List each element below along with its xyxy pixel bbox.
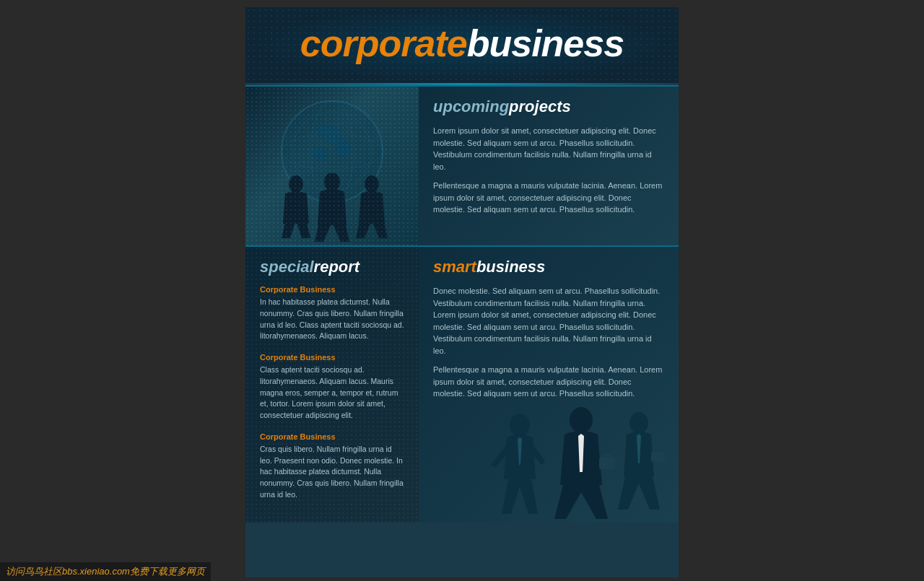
people-silhouette-icon [260,173,404,245]
main-container: corporatebusiness [245,7,679,577]
smart-label: smart [433,258,476,276]
svg-point-8 [510,414,530,437]
report-item-3-title: Corporate Business [260,432,404,441]
special-label: special [260,258,314,276]
business-people-icon [476,407,679,523]
bottom-section: specialreport Corporate Business In hac … [245,245,679,523]
smart-para2: Pellentesque a magna a mauris vulputate … [433,364,664,400]
report-item-1: Corporate Business In hac habitasse plat… [260,285,404,342]
globe-icon [274,94,390,209]
svg-point-5 [289,175,303,193]
report-label: report [314,258,360,276]
watermark: 访问鸟鸟社区bbs.xieniao.com免费下载更多网页 [0,562,211,581]
logo-corporate: corporate [300,22,467,64]
special-report-title: specialreport [260,258,404,276]
report-item-2-title: Corporate Business [260,353,404,362]
special-report-panel: specialreport Corporate Business In hac … [245,247,419,523]
report-item-3: Corporate Business Cras quis libero. Nul… [260,432,404,501]
upcoming-para1: Lorem ipsum dolor sit amet, consectetuer… [433,125,664,172]
svg-point-2 [310,101,354,202]
report-item-3-text: Cras quis libero. Nullam fringilla urna … [260,444,404,501]
smart-para1: Donec molestie. Sed aliquam sem ut arcu.… [433,285,664,357]
projects-label: projects [509,97,571,115]
svg-point-12 [629,412,648,434]
svg-point-3 [282,134,383,170]
report-item-2: Corporate Business Class aptent taciti s… [260,353,404,421]
logo-business: business [467,22,624,64]
svg-rect-11 [603,455,611,459]
upcoming-projects-title: upcomingprojects [433,97,664,116]
report-item-1-title: Corporate Business [260,285,404,294]
logo-title: corporatebusiness [267,22,657,65]
top-section: upcomingprojects Lorem ipsum dolor sit a… [245,85,679,245]
svg-point-1 [292,112,372,191]
smart-business-title: smartbusiness [433,258,664,276]
svg-point-4 [283,102,381,201]
svg-point-9 [570,407,593,433]
svg-rect-13 [651,452,666,462]
business2-label: business [476,258,545,276]
upcoming-projects-panel: upcomingprojects Lorem ipsum dolor sit a… [419,87,679,245]
upcoming-para2: Pellentesque a magna a mauris vulputate … [433,180,664,216]
watermark-text: 访问鸟鸟社区bbs.xieniao.com免费下载更多网页 [6,566,205,577]
upcoming-label: upcoming [433,97,509,115]
report-item-1-text: In hac habitasse platea dictumst. Nulla … [260,297,404,342]
image-panel [245,87,419,245]
smart-business-panel: smartbusiness Donec molestie. Sed aliqua… [419,247,679,523]
report-item-2-text: Class aptent taciti sociosqu ad. litorah… [260,364,404,421]
svg-point-0 [282,101,383,202]
svg-point-7 [365,175,379,193]
header-section: corporatebusiness [245,7,679,83]
svg-point-6 [324,173,340,191]
